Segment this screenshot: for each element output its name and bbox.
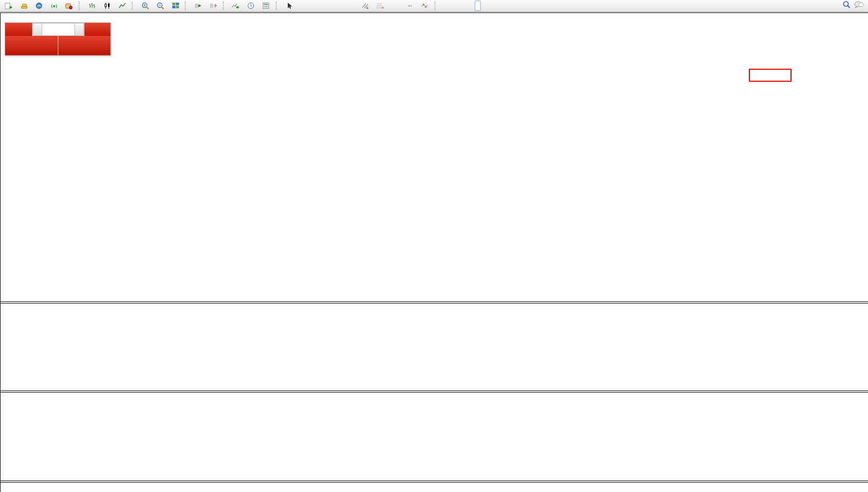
- zoom-in-button[interactable]: [138, 0, 152, 11]
- buy-price-quote[interactable]: [58, 36, 111, 55]
- svg-text:E: E: [366, 6, 368, 9]
- cursor-tool-button[interactable]: [282, 0, 297, 11]
- indicators-add-icon: [232, 2, 239, 9]
- templates-button[interactable]: [259, 0, 274, 11]
- bar-chart-icon: [88, 2, 96, 9]
- signals-button[interactable]: [47, 0, 61, 11]
- toolbar-separator: [276, 2, 280, 10]
- chart-window[interactable]: [0, 12, 868, 492]
- toolbar-separator: [79, 2, 83, 10]
- volume-input[interactable]: [42, 23, 74, 36]
- monitor-icon: [35, 2, 43, 9]
- horizontal-line-tool-button[interactable]: [327, 0, 342, 11]
- auto-scroll-button[interactable]: [191, 0, 206, 11]
- arrows-icon: [421, 2, 428, 9]
- auto-scroll-icon: [195, 2, 202, 9]
- indicators-button[interactable]: [229, 0, 244, 11]
- arrows-tool-button[interactable]: [418, 0, 432, 11]
- candlestick-chart-icon: [104, 2, 111, 9]
- toolbar-separator: [435, 2, 439, 10]
- channel-icon: E: [361, 2, 369, 9]
- gold-icon: [20, 2, 28, 9]
- chart-shift-icon: [210, 2, 217, 9]
- timeframe-h1[interactable]: [468, 1, 474, 11]
- cursor-icon: [286, 2, 292, 9]
- zoom-out-icon: [157, 2, 164, 10]
- timeframe-h4[interactable]: [475, 1, 481, 11]
- zoom-in-icon: [142, 2, 149, 10]
- text-tool-button[interactable]: [388, 0, 402, 11]
- label-icon: [409, 5, 412, 6]
- pane-separator-timeaxis: [1, 481, 868, 483]
- timeframe-m5[interactable]: [448, 1, 454, 11]
- zoom-out-button[interactable]: [153, 0, 168, 11]
- channel-tool-button[interactable]: E: [358, 0, 372, 11]
- template-icon: [262, 2, 270, 9]
- timeframe-m15[interactable]: [454, 1, 461, 11]
- timeframe-m30[interactable]: [461, 1, 467, 11]
- new-order-icon: [5, 2, 12, 9]
- crosshair-tool-button[interactable]: [297, 0, 312, 11]
- sell-button[interactable]: [5, 23, 33, 36]
- profile-button[interactable]: [32, 0, 46, 11]
- fibonacci-icon: F: [376, 2, 384, 9]
- buy-button[interactable]: [84, 23, 110, 36]
- sell-price-quote[interactable]: [5, 36, 58, 55]
- toolbar-separator: [223, 2, 227, 10]
- one-click-trading-panel: [5, 22, 111, 56]
- chart-shift-button[interactable]: [206, 0, 221, 11]
- candlestick-chart-button[interactable]: [100, 0, 114, 11]
- periods-button[interactable]: [244, 0, 259, 11]
- signal-icon: [50, 2, 58, 9]
- timeframe-w1[interactable]: [488, 1, 494, 11]
- bar-chart-button[interactable]: [85, 0, 99, 11]
- label-tool-button[interactable]: [403, 0, 417, 11]
- chart-symbol-title: [4, 15, 6, 21]
- pane-separator-rsi[interactable]: [1, 390, 868, 393]
- tile-windows-icon: [172, 2, 180, 9]
- auto-trading-button[interactable]: [62, 0, 76, 11]
- main-toolbar: E F: [0, 0, 868, 12]
- new-order-button[interactable]: [2, 0, 16, 11]
- volume-decrease-button[interactable]: [33, 23, 42, 36]
- price-level-callout[interactable]: [749, 69, 792, 82]
- chart-canvas: [1, 13, 868, 492]
- fibonacci-tool-button[interactable]: F: [373, 0, 387, 11]
- toolbar-separator: [185, 2, 189, 10]
- timeframe-m1[interactable]: [441, 1, 447, 11]
- tile-windows-button[interactable]: [168, 0, 183, 11]
- toolbar-separator: [132, 2, 136, 10]
- vertical-line-tool-button[interactable]: [312, 0, 327, 11]
- trendline-tool-button[interactable]: [342, 0, 357, 11]
- timeframe-d1[interactable]: [481, 1, 488, 11]
- auto-trading-icon: [65, 2, 72, 9]
- volume-increase-button[interactable]: [74, 23, 84, 36]
- line-chart-icon: [119, 2, 126, 9]
- pane-separator-macd[interactable]: [1, 301, 868, 304]
- svg-text:F: F: [382, 6, 384, 9]
- search-icon[interactable]: [843, 1, 851, 11]
- market-watch-button[interactable]: [17, 0, 31, 11]
- line-chart-button[interactable]: [115, 0, 130, 11]
- timeframe-mn[interactable]: [495, 1, 501, 11]
- chat-icon[interactable]: [854, 1, 864, 11]
- clock-icon: [247, 2, 254, 9]
